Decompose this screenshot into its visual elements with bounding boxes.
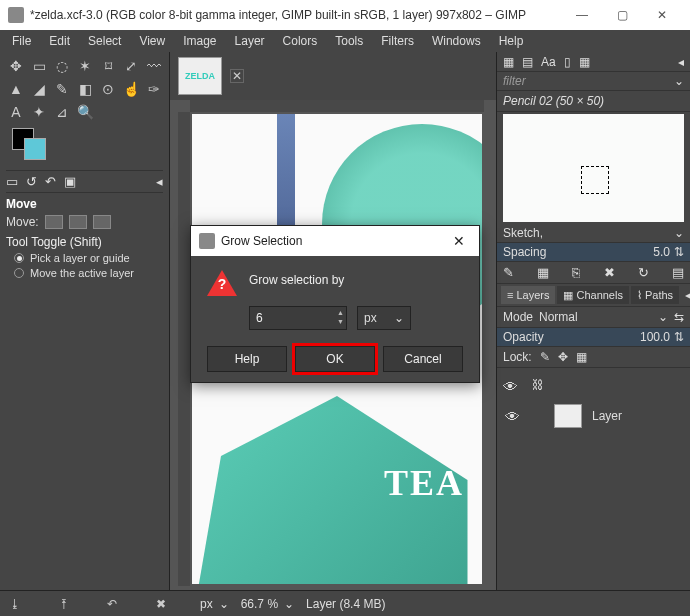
move-layer-icon[interactable] — [45, 215, 63, 229]
brush-filter-input[interactable]: filter — [503, 74, 674, 88]
menu-layer[interactable]: Layer — [227, 32, 273, 50]
panel-menu-icon[interactable]: ◂ — [156, 174, 163, 189]
tab-channels[interactable]: ▦Channels — [557, 286, 628, 304]
edit-brush-icon[interactable]: ✎ — [503, 265, 514, 280]
chevron-down-icon[interactable]: ⌄ — [674, 74, 684, 88]
crop-tool-icon[interactable]: ⌑ — [98, 56, 118, 76]
close-button[interactable]: ✕ — [642, 0, 682, 30]
link-header-icon: ⛓ — [532, 378, 544, 395]
menu-help[interactable]: Help — [491, 32, 532, 50]
warp-tool-icon[interactable]: 〰 — [144, 56, 164, 76]
grow-amount-input[interactable]: 6 ▲▼ — [249, 306, 347, 330]
duplicate-brush-icon[interactable]: ⎘ — [572, 265, 580, 280]
menu-select[interactable]: Select — [80, 32, 129, 50]
chevron-down-icon[interactable]: ⌄ — [674, 226, 684, 240]
dialog-close-icon[interactable]: ✕ — [447, 233, 471, 249]
open-as-image-icon[interactable]: ▤ — [672, 265, 684, 280]
transform-tool-icon[interactable]: ⤢ — [121, 56, 141, 76]
lock-pixels-icon[interactable]: ✎ — [540, 350, 550, 364]
save-icon[interactable]: ⭳ — [8, 597, 22, 611]
panel-menu-icon[interactable]: ◂ — [681, 286, 690, 304]
help-button[interactable]: Help — [207, 346, 287, 372]
close-tab-icon[interactable]: ✕ — [230, 69, 244, 83]
color-picker-tool-icon[interactable]: ✦ — [29, 102, 49, 122]
ok-button[interactable]: OK — [295, 346, 375, 372]
brushes-tab-icon[interactable]: ▦ — [503, 55, 514, 69]
menu-filters[interactable]: Filters — [373, 32, 422, 50]
device-status-tab-icon[interactable]: ↺ — [26, 174, 37, 189]
spinner-icon[interactable]: ⇅ — [674, 330, 684, 344]
spin-down-icon[interactable]: ▼ — [337, 317, 344, 326]
paint-tab-icon[interactable]: ▦ — [579, 55, 590, 69]
brush-selected[interactable] — [581, 166, 609, 194]
mode-select[interactable]: Normal — [539, 310, 652, 324]
menu-tools[interactable]: Tools — [327, 32, 371, 50]
fonts-tab-icon[interactable]: Aa — [541, 55, 556, 69]
measure-tool-icon[interactable]: ⊿ — [52, 102, 72, 122]
revert-icon[interactable]: ⭱ — [57, 597, 71, 611]
pencil-tool-icon[interactable]: ✎ — [52, 79, 72, 99]
lock-alpha-icon[interactable]: ▦ — [576, 350, 587, 364]
move-tool-icon[interactable]: ✥ — [6, 56, 26, 76]
radio-pick-layer[interactable]: Pick a layer or guide — [14, 252, 163, 264]
layer-item[interactable]: 👁 Layer — [503, 401, 684, 431]
status-unit[interactable]: px — [200, 597, 213, 611]
images-tab-icon[interactable]: ▣ — [64, 174, 76, 189]
cancel-button[interactable]: Cancel — [383, 346, 463, 372]
paths-tool-icon[interactable]: ✑ — [144, 79, 164, 99]
brush-grid[interactable] — [503, 114, 684, 222]
menu-view[interactable]: View — [131, 32, 173, 50]
delete-icon[interactable]: ✖ — [154, 597, 168, 611]
move-selection-icon[interactable] — [69, 215, 87, 229]
tab-layers[interactable]: ≡Layers — [501, 286, 555, 304]
spacing-value[interactable]: 5.0 — [653, 245, 670, 259]
tool-options-tab-icon[interactable]: ▭ — [6, 174, 18, 189]
dialog-title: Grow Selection — [221, 234, 447, 248]
new-brush-icon[interactable]: ▦ — [537, 265, 549, 280]
chevron-down-icon[interactable]: ⌄ — [658, 310, 668, 324]
clone-tool-icon[interactable]: ⊙ — [98, 79, 118, 99]
status-zoom[interactable]: 66.7 % — [241, 597, 278, 611]
brush-category[interactable]: Sketch, — [503, 226, 674, 240]
grow-unit-select[interactable]: px ⌄ — [357, 306, 411, 330]
panel-menu-icon[interactable]: ◂ — [678, 55, 684, 69]
patterns-tab-icon[interactable]: ▤ — [522, 55, 533, 69]
move-path-icon[interactable] — [93, 215, 111, 229]
menu-file[interactable]: File — [4, 32, 39, 50]
refresh-brush-icon[interactable]: ↻ — [638, 265, 649, 280]
spin-up-icon[interactable]: ▲ — [337, 308, 344, 317]
delete-brush-icon[interactable]: ✖ — [604, 265, 615, 280]
maximize-button[interactable]: ▢ — [602, 0, 642, 30]
spinner-icon[interactable]: ⇅ — [674, 245, 684, 259]
rect-select-tool-icon[interactable]: ▭ — [29, 56, 49, 76]
image-tab-thumb[interactable]: ZELDA — [178, 57, 222, 95]
tab-paths[interactable]: ⌇Paths — [631, 286, 679, 304]
history-tab-icon[interactable]: ▯ — [564, 55, 571, 69]
smudge-tool-icon[interactable]: ☝ — [121, 79, 141, 99]
layer-name[interactable]: Layer — [592, 409, 622, 423]
zoom-tool-icon[interactable]: 🔍 — [75, 102, 95, 122]
menu-image[interactable]: Image — [175, 32, 224, 50]
chevron-down-icon[interactable]: ⌄ — [284, 597, 294, 611]
undo-history-tab-icon[interactable]: ↶ — [45, 174, 56, 189]
bucket-fill-tool-icon[interactable]: ▲ — [6, 79, 26, 99]
lock-position-icon[interactable]: ✥ — [558, 350, 568, 364]
background-color[interactable] — [24, 138, 46, 160]
minimize-button[interactable]: — — [562, 0, 602, 30]
chevron-down-icon[interactable]: ⌄ — [219, 597, 229, 611]
eraser-tool-icon[interactable]: ◧ — [75, 79, 95, 99]
radio-move-active[interactable]: Move the active layer — [14, 267, 163, 279]
opacity-value[interactable]: 100.0 — [640, 330, 670, 344]
mode-switch-icon[interactable]: ⇆ — [674, 310, 684, 324]
menu-windows[interactable]: Windows — [424, 32, 489, 50]
visibility-toggle-icon[interactable]: 👁 — [505, 408, 520, 425]
color-swatches[interactable] — [6, 128, 46, 164]
menu-edit[interactable]: Edit — [41, 32, 78, 50]
fuzzy-select-tool-icon[interactable]: ✶ — [75, 56, 95, 76]
text-tool-icon[interactable]: A — [6, 102, 26, 122]
gradient-tool-icon[interactable]: ◢ — [29, 79, 49, 99]
free-select-tool-icon[interactable]: ◌ — [52, 56, 72, 76]
undo-icon[interactable]: ↶ — [105, 597, 119, 611]
ruler-horizontal — [190, 100, 484, 112]
menu-colors[interactable]: Colors — [275, 32, 326, 50]
